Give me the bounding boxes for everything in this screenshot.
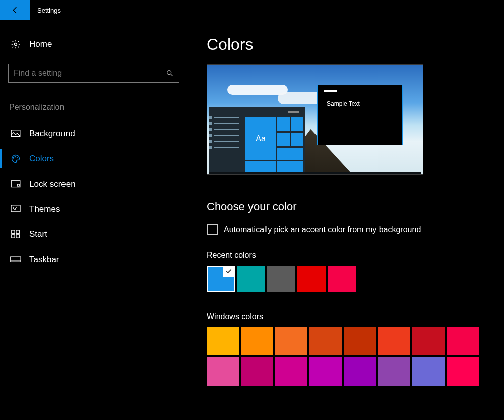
image-icon [9, 130, 22, 138]
taskbar-icon [9, 256, 22, 263]
recent-color-swatch[interactable] [237, 266, 265, 292]
nav-item-label: Start [29, 229, 47, 239]
sidebar: Home Personalization Background [0, 20, 192, 386]
svg-rect-10 [16, 230, 19, 233]
nav-item-label: Lock screen [29, 179, 76, 189]
checkbox-icon [207, 224, 218, 235]
recent-color-swatch[interactable] [328, 266, 356, 292]
lock-screen-icon [9, 180, 22, 188]
windows-color-swatch[interactable] [241, 327, 273, 355]
windows-color-swatch[interactable] [309, 327, 342, 355]
preview-tile: Aa [245, 117, 276, 160]
svg-point-5 [17, 157, 18, 158]
svg-point-1 [167, 71, 171, 75]
search-input[interactable] [8, 64, 179, 83]
palette-icon [9, 154, 22, 164]
home-label: Home [29, 39, 52, 49]
recent-color-swatch[interactable] [207, 266, 235, 292]
windows-colors-grid [207, 327, 499, 386]
svg-point-3 [13, 158, 14, 159]
windows-color-swatch[interactable] [378, 357, 410, 386]
windows-color-swatch[interactable] [447, 357, 479, 386]
svg-rect-11 [12, 235, 15, 238]
windows-color-swatch[interactable] [207, 357, 239, 386]
home-button[interactable]: Home [8, 35, 192, 53]
nav-item-label: Background [29, 129, 75, 139]
svg-point-4 [15, 156, 16, 157]
svg-rect-9 [12, 230, 15, 233]
windows-color-swatch[interactable] [378, 327, 410, 355]
nav-item-colors[interactable]: Colors [8, 146, 192, 171]
windows-color-swatch[interactable] [207, 327, 239, 355]
check-icon [223, 266, 235, 277]
recent-colors-heading: Recent colors [207, 251, 499, 260]
nav-item-lock-screen[interactable]: Lock screen [8, 171, 192, 197]
main-panel: Colors Aa [192, 20, 504, 386]
recent-color-swatch[interactable] [267, 266, 295, 292]
search-field[interactable] [14, 69, 166, 78]
nav-item-label: Taskbar [29, 255, 59, 265]
sample-text: Sample Text [327, 100, 360, 107]
windows-color-swatch[interactable] [275, 327, 307, 355]
windows-colors-heading: Windows colors [207, 312, 499, 321]
windows-color-swatch[interactable] [344, 327, 376, 355]
windows-color-swatch[interactable] [241, 357, 273, 386]
nav-item-taskbar[interactable]: Taskbar [8, 247, 192, 272]
nav-item-label: Colors [29, 154, 54, 164]
windows-color-swatch[interactable] [412, 327, 445, 355]
windows-color-swatch[interactable] [275, 357, 307, 386]
choose-color-heading: Choose your color [207, 200, 499, 213]
back-button[interactable] [0, 0, 30, 20]
auto-pick-checkbox[interactable]: Automatically pick an accent color from … [207, 224, 499, 235]
svg-rect-13 [11, 257, 21, 262]
search-icon [166, 69, 174, 77]
preview-window: Sample Text [317, 85, 403, 145]
preview-pane: Aa Sample Text [207, 64, 423, 175]
start-icon [9, 230, 22, 239]
nav-item-start[interactable]: Start [8, 222, 192, 247]
preview-start-menu: Aa [209, 107, 305, 172]
recent-color-swatch[interactable] [297, 266, 326, 292]
window-title: Settings [37, 7, 61, 14]
windows-color-swatch[interactable] [447, 327, 479, 355]
windows-color-swatch[interactable] [412, 357, 445, 386]
titlebar: Settings [0, 0, 504, 20]
auto-pick-label: Automatically pick an accent color from … [224, 225, 421, 234]
section-title: Personalization [8, 103, 192, 112]
svg-rect-7 [17, 184, 19, 186]
windows-color-swatch[interactable] [309, 357, 342, 386]
arrow-left-icon [11, 6, 20, 15]
svg-point-0 [15, 43, 17, 46]
nav-item-background[interactable]: Background [8, 121, 192, 146]
windows-color-swatch[interactable] [344, 357, 376, 386]
nav-item-themes[interactable]: Themes [8, 197, 192, 222]
themes-icon [9, 205, 22, 214]
gear-icon [9, 39, 22, 49]
page-title: Colors [207, 35, 499, 54]
recent-colors-row [207, 266, 499, 292]
svg-rect-12 [16, 235, 19, 238]
nav-item-label: Themes [29, 204, 60, 214]
